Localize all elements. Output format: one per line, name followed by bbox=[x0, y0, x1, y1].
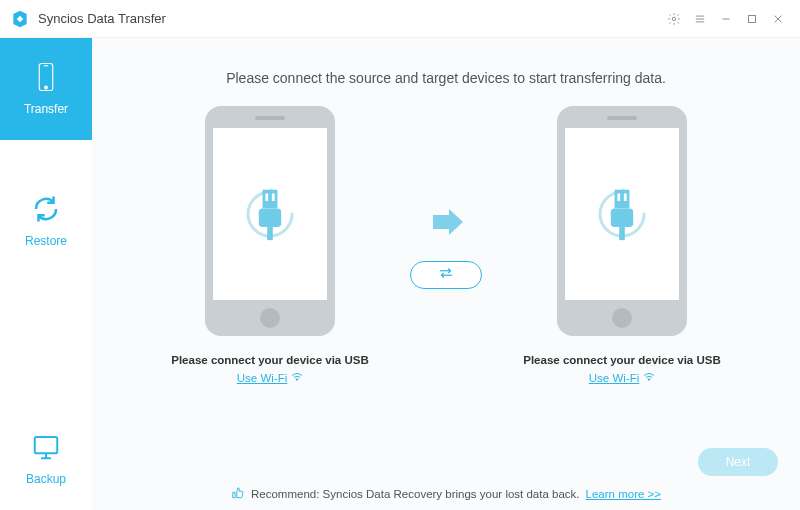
thumbs-up-icon bbox=[231, 486, 245, 502]
svg-marker-21 bbox=[433, 209, 463, 235]
menu-icon[interactable] bbox=[688, 7, 712, 31]
sidebar-item-restore[interactable]: Restore bbox=[0, 170, 92, 272]
source-connect-label: Please connect your device via USB bbox=[171, 354, 369, 366]
main-panel: Please connect the source and target dev… bbox=[92, 38, 800, 510]
target-wifi-link[interactable]: Use Wi-Fi bbox=[589, 372, 655, 384]
usb-connect-icon bbox=[594, 186, 650, 242]
svg-rect-27 bbox=[624, 193, 627, 200]
svg-rect-18 bbox=[265, 193, 268, 200]
recommend-text: Recommend: Syncios Data Recovery brings … bbox=[251, 488, 580, 500]
svg-rect-5 bbox=[749, 15, 756, 22]
svg-point-0 bbox=[672, 17, 676, 21]
titlebar: Syncios Data Transfer bbox=[0, 0, 800, 38]
transfer-arrow-icon bbox=[425, 201, 467, 247]
svg-rect-19 bbox=[272, 193, 275, 200]
svg-rect-16 bbox=[259, 208, 281, 227]
wifi-icon bbox=[643, 372, 655, 384]
app-title: Syncios Data Transfer bbox=[38, 11, 166, 26]
monitor-icon bbox=[31, 432, 61, 466]
svg-point-20 bbox=[296, 379, 298, 381]
svg-rect-11 bbox=[35, 437, 58, 453]
sidebar-item-label: Transfer bbox=[24, 102, 68, 116]
footer: Recommend: Syncios Data Recovery brings … bbox=[92, 486, 800, 502]
learn-more-link[interactable]: Learn more >> bbox=[586, 488, 661, 500]
wifi-icon bbox=[291, 372, 303, 384]
maximize-icon[interactable] bbox=[740, 7, 764, 31]
svg-rect-23 bbox=[615, 190, 630, 209]
next-button[interactable]: Next bbox=[698, 448, 778, 476]
close-icon[interactable] bbox=[766, 7, 790, 31]
svg-point-9 bbox=[45, 86, 48, 89]
swap-devices-button[interactable] bbox=[410, 261, 482, 289]
sidebar-item-backup[interactable]: Backup bbox=[0, 408, 92, 510]
sidebar: Transfer Restore Backup bbox=[0, 38, 92, 510]
minimize-icon[interactable] bbox=[714, 7, 738, 31]
phone-icon bbox=[31, 62, 61, 96]
sidebar-item-transfer[interactable]: Transfer bbox=[0, 38, 92, 140]
svg-rect-24 bbox=[611, 208, 633, 227]
svg-rect-25 bbox=[619, 227, 625, 240]
instruction-text: Please connect the source and target dev… bbox=[92, 70, 800, 86]
source-phone-placeholder bbox=[205, 106, 335, 336]
sidebar-item-label: Restore bbox=[25, 234, 67, 248]
settings-icon[interactable] bbox=[662, 7, 686, 31]
sidebar-item-label: Backup bbox=[26, 472, 66, 486]
source-device-column: Please connect your device via USB Use W… bbox=[160, 106, 380, 384]
app-logo-icon bbox=[10, 9, 30, 29]
restore-icon bbox=[31, 194, 61, 228]
source-wifi-link[interactable]: Use Wi-Fi bbox=[237, 372, 303, 384]
svg-point-28 bbox=[648, 379, 650, 381]
target-phone-placeholder bbox=[557, 106, 687, 336]
swap-icon bbox=[437, 266, 455, 284]
svg-rect-15 bbox=[263, 190, 278, 209]
svg-rect-17 bbox=[267, 227, 273, 240]
usb-connect-icon bbox=[242, 186, 298, 242]
target-connect-label: Please connect your device via USB bbox=[523, 354, 721, 366]
svg-rect-26 bbox=[617, 193, 620, 200]
target-device-column: Please connect your device via USB Use W… bbox=[512, 106, 732, 384]
